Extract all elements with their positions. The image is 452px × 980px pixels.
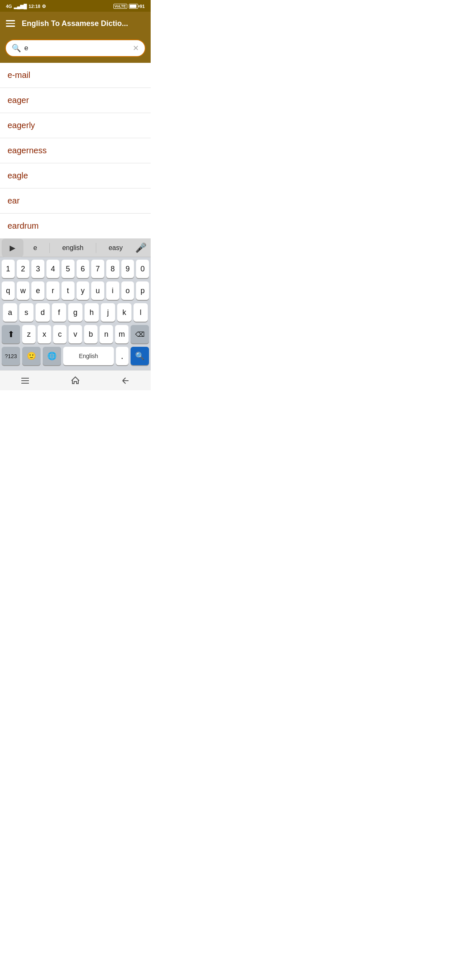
asdf-row: a s d f g h j k l xyxy=(2,303,149,322)
key-t[interactable]: t xyxy=(62,281,74,300)
key-5[interactable]: 5 xyxy=(62,260,74,278)
key-1[interactable]: 1 xyxy=(2,260,15,278)
status-left: 4G ▂▄▆█ 12:18 ⚙ xyxy=(6,4,46,9)
emoji-key[interactable]: 🙂 xyxy=(22,347,41,365)
key-n[interactable]: n xyxy=(100,325,113,343)
search-icon: 🔍 xyxy=(12,44,21,53)
battery-percent: 91 xyxy=(140,4,145,9)
divider xyxy=(49,243,50,253)
list-item[interactable]: ear xyxy=(0,188,151,214)
key-l[interactable]: l xyxy=(134,303,148,322)
keyboard-suggestion-bar: ▶ e english easy 🎤 xyxy=(0,239,151,257)
key-c[interactable]: c xyxy=(53,325,67,343)
search-input[interactable] xyxy=(24,44,129,52)
suggestion-words: e english easy xyxy=(25,242,131,253)
settings-icon: ⚙ xyxy=(42,4,46,9)
nav-menu-button[interactable] xyxy=(13,372,38,389)
nav-back-button[interactable] xyxy=(113,372,138,389)
list-item[interactable]: eager xyxy=(0,88,151,113)
key-z[interactable]: z xyxy=(22,325,36,343)
key-f[interactable]: f xyxy=(52,303,66,322)
key-8[interactable]: 8 xyxy=(106,260,119,278)
list-item[interactable]: e-mail xyxy=(0,63,151,88)
clear-button[interactable]: ✕ xyxy=(133,44,139,53)
expand-suggestions-button[interactable]: ▶ xyxy=(2,239,23,257)
backspace-key[interactable]: ⌫ xyxy=(131,325,149,343)
list-item[interactable]: eagerly xyxy=(0,113,151,138)
key-k[interactable]: k xyxy=(117,303,131,322)
key-b[interactable]: b xyxy=(84,325,98,343)
word-list: e-mail eager eagerly eagerness eagle ear… xyxy=(0,63,151,239)
battery-icon xyxy=(129,4,138,9)
key-j[interactable]: j xyxy=(101,303,115,322)
nav-bar xyxy=(0,370,151,390)
key-p[interactable]: p xyxy=(136,281,149,300)
qwerty-row: q w e r t y u i o p xyxy=(2,281,149,300)
key-9[interactable]: 9 xyxy=(121,260,134,278)
suggestion-word-easy[interactable]: easy xyxy=(104,242,127,253)
key-4[interactable]: 4 xyxy=(46,260,59,278)
signal-bars: ▂▄▆█ xyxy=(14,4,27,9)
key-2[interactable]: 2 xyxy=(17,260,30,278)
key-6[interactable]: 6 xyxy=(77,260,90,278)
key-x[interactable]: x xyxy=(38,325,51,343)
clock: 12:18 xyxy=(28,4,40,9)
key-y[interactable]: y xyxy=(77,281,90,300)
keyboard: 1 2 3 4 5 6 7 8 9 0 q w e r t y u i o p … xyxy=(0,257,151,370)
nav-home-button[interactable] xyxy=(63,372,88,389)
numbers-key[interactable]: ?123 xyxy=(2,347,20,365)
key-g[interactable]: g xyxy=(68,303,82,322)
globe-key[interactable]: 🌐 xyxy=(43,347,61,365)
key-u[interactable]: u xyxy=(91,281,104,300)
key-s[interactable]: s xyxy=(19,303,33,322)
microphone-button[interactable]: 🎤 xyxy=(131,242,151,253)
volte-label: VoLTE xyxy=(113,4,127,9)
search-box: 🔍 ✕ xyxy=(5,39,146,57)
status-right: VoLTE 91 xyxy=(113,4,145,9)
suggestion-word-english[interactable]: english xyxy=(58,242,88,253)
key-i[interactable]: i xyxy=(106,281,119,300)
key-w[interactable]: w xyxy=(17,281,30,300)
list-item[interactable]: eagle xyxy=(0,163,151,188)
search-container: 🔍 ✕ xyxy=(0,35,151,63)
key-d[interactable]: d xyxy=(36,303,50,322)
status-bar: 4G ▂▄▆█ 12:18 ⚙ VoLTE 91 xyxy=(0,0,151,12)
key-0[interactable]: 0 xyxy=(136,260,149,278)
app-title: English To Assamese Dictio... xyxy=(22,19,145,28)
menu-button[interactable] xyxy=(6,20,15,27)
divider xyxy=(96,243,96,253)
bottom-row: ?123 🙂 🌐 English . 🔍 xyxy=(2,347,149,365)
zxcv-row: ⬆ z x c v b n m ⌫ xyxy=(2,325,149,343)
period-key[interactable]: . xyxy=(116,347,128,365)
key-v[interactable]: v xyxy=(69,325,82,343)
list-item[interactable]: eagerness xyxy=(0,138,151,163)
app-bar: English To Assamese Dictio... xyxy=(0,12,151,35)
key-m[interactable]: m xyxy=(115,325,128,343)
suggestion-word-e[interactable]: e xyxy=(29,242,41,253)
signal-indicator: 4G xyxy=(6,4,12,9)
number-row: 1 2 3 4 5 6 7 8 9 0 xyxy=(2,260,149,278)
key-q[interactable]: q xyxy=(2,281,15,300)
key-h[interactable]: h xyxy=(85,303,99,322)
key-7[interactable]: 7 xyxy=(91,260,104,278)
search-key[interactable]: 🔍 xyxy=(131,347,149,365)
key-3[interactable]: 3 xyxy=(31,260,44,278)
key-o[interactable]: o xyxy=(121,281,134,300)
key-a[interactable]: a xyxy=(3,303,17,322)
key-e[interactable]: e xyxy=(31,281,44,300)
shift-key[interactable]: ⬆ xyxy=(2,325,20,343)
key-r[interactable]: r xyxy=(46,281,59,300)
space-key[interactable]: English xyxy=(63,347,114,365)
list-item[interactable]: eardrum xyxy=(0,214,151,239)
